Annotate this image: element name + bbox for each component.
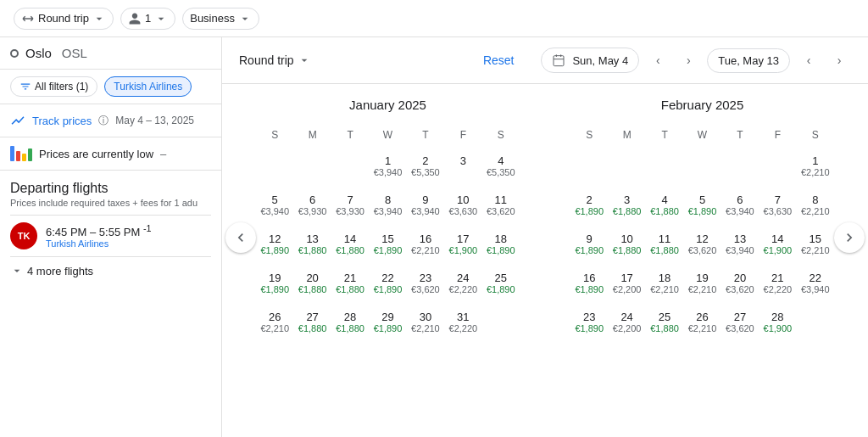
search-box[interactable]: Oslo OSL bbox=[0, 37, 221, 70]
departing-title: Departing flights bbox=[10, 181, 211, 196]
start-date-prev[interactable]: ‹ bbox=[646, 48, 670, 72]
cal-cell[interactable]: 27€3,620 bbox=[721, 307, 759, 345]
cal-cell[interactable]: 3 bbox=[444, 151, 481, 188]
end-date-prev[interactable]: ‹ bbox=[797, 48, 821, 72]
cal-cell[interactable]: 21€2,220 bbox=[759, 268, 796, 305]
cal-day-number: 6 bbox=[309, 193, 315, 206]
cal-cell[interactable]: 10€3,630 bbox=[444, 190, 481, 227]
cal-cell[interactable]: 18€2,210 bbox=[646, 268, 683, 305]
cal-cell[interactable]: 23€1,890 bbox=[570, 307, 608, 345]
passengers-selector[interactable]: 1 bbox=[120, 8, 175, 30]
cal-cell[interactable]: 16€1,890 bbox=[570, 268, 608, 305]
start-date-next[interactable]: › bbox=[676, 48, 700, 72]
cal-cell[interactable]: 12€1,890 bbox=[256, 229, 293, 266]
cal-cell[interactable]: 26€2,210 bbox=[683, 307, 721, 345]
cal-cell[interactable]: 4€1,880 bbox=[646, 190, 683, 227]
cal-cell[interactable]: 25€1,890 bbox=[482, 268, 520, 305]
cal-day-number: 21 bbox=[771, 272, 783, 284]
cal-cell[interactable]: 14€1,880 bbox=[331, 229, 369, 266]
cal-cell[interactable]: 18€1,890 bbox=[482, 229, 520, 266]
start-date-picker[interactable]: Sun, May 4 bbox=[541, 48, 639, 73]
cal-cell[interactable]: 31€2,220 bbox=[444, 307, 481, 345]
cal-cell[interactable]: 1€3,940 bbox=[369, 151, 406, 188]
cal-cell[interactable]: 10€1,880 bbox=[608, 229, 645, 266]
cal-cell[interactable]: 7€3,630 bbox=[759, 190, 796, 227]
cal-price: €1,880 bbox=[650, 206, 679, 216]
calendar-next-button[interactable] bbox=[834, 222, 865, 253]
cal-cell[interactable]: 20€3,620 bbox=[721, 268, 759, 305]
cal-day-number: 14 bbox=[344, 233, 356, 245]
airline-filter-tag[interactable]: Turkish Airlines bbox=[104, 76, 192, 97]
cal-cell[interactable]: 16€2,210 bbox=[407, 229, 444, 266]
cal-day-number: 23 bbox=[420, 272, 431, 284]
cal-day-number: 26 bbox=[269, 311, 281, 323]
cal-cell[interactable]: 2€5,350 bbox=[407, 151, 444, 188]
cal-cell[interactable]: 29€1,890 bbox=[369, 307, 406, 345]
cal-cell[interactable]: 24€2,220 bbox=[444, 268, 481, 305]
cal-cell bbox=[570, 151, 608, 188]
cal-cell[interactable]: 4€5,350 bbox=[482, 151, 520, 188]
cal-cell[interactable]: 27€1,880 bbox=[293, 307, 331, 345]
cal-price: €1,880 bbox=[298, 323, 327, 333]
origin-city: Oslo bbox=[25, 46, 52, 60]
cal-cell[interactable]: 20€1,880 bbox=[293, 268, 331, 305]
cal-day-number: 7 bbox=[775, 193, 781, 206]
calendar-trip-type[interactable]: Round trip bbox=[239, 53, 311, 67]
cal-cell[interactable]: 8€2,210 bbox=[797, 190, 834, 227]
cal-day-number: 22 bbox=[381, 272, 393, 284]
cal-cell[interactable]: 17€1,900 bbox=[444, 229, 481, 266]
flight-item[interactable]: TK 6:45 PM – 5:55 PM -1 Turkish Airlines bbox=[10, 215, 211, 256]
cal-cell[interactable]: 24€2,200 bbox=[608, 307, 645, 345]
end-date-next[interactable]: › bbox=[827, 48, 851, 72]
all-filters-label: All filters (1) bbox=[35, 81, 88, 92]
cal-cell[interactable]: 15€2,210 bbox=[797, 229, 834, 266]
cal-day-number: 14 bbox=[771, 233, 783, 245]
cal-price: €3,630 bbox=[449, 206, 478, 216]
cal-cell[interactable]: 9€3,940 bbox=[407, 190, 444, 227]
cal-cell[interactable]: 19€2,210 bbox=[683, 268, 721, 305]
cal-cell bbox=[331, 151, 369, 188]
cal-cell[interactable]: 25€1,880 bbox=[646, 307, 683, 345]
cal-cell[interactable]: 3€1,880 bbox=[608, 190, 645, 227]
cal-cell[interactable]: 19€1,890 bbox=[256, 268, 293, 305]
cal-cell[interactable]: 13€3,940 bbox=[721, 229, 759, 266]
calendar-prev-button[interactable] bbox=[225, 222, 256, 253]
cal-cell[interactable]: 22€1,890 bbox=[369, 268, 406, 305]
cal-cell[interactable]: 12€3,620 bbox=[683, 229, 721, 266]
cal-cell[interactable]: 23€3,620 bbox=[407, 268, 444, 305]
cal-cell[interactable]: 11€1,880 bbox=[646, 229, 683, 266]
cabin-selector[interactable]: Business bbox=[182, 8, 259, 30]
track-prices-label[interactable]: Track prices bbox=[32, 115, 92, 127]
cal-cell[interactable]: 15€1,890 bbox=[369, 229, 406, 266]
cal-cell[interactable]: 11€3,620 bbox=[482, 190, 520, 227]
cal-cell[interactable]: 6€3,930 bbox=[293, 190, 331, 227]
cal-cell[interactable]: 1€2,210 bbox=[797, 151, 834, 188]
cal-day-number: 24 bbox=[457, 272, 469, 284]
cal-cell[interactable]: 26€2,210 bbox=[256, 307, 293, 345]
cal-cell bbox=[646, 151, 683, 188]
all-filters-button[interactable]: All filters (1) bbox=[10, 76, 97, 97]
trip-type-selector[interactable]: Round trip bbox=[14, 8, 114, 30]
cal-cell[interactable]: 28€1,900 bbox=[759, 307, 796, 345]
cal-price: €2,210 bbox=[688, 323, 717, 333]
cal-cell[interactable]: 6€3,940 bbox=[721, 190, 759, 227]
more-flights-button[interactable]: 4 more flights bbox=[10, 256, 211, 284]
day-header: W bbox=[683, 126, 721, 144]
cal-cell[interactable]: 17€2,200 bbox=[608, 268, 645, 305]
cal-cell[interactable]: 30€2,210 bbox=[407, 307, 444, 345]
cal-cell[interactable]: 7€3,930 bbox=[331, 190, 369, 227]
cal-cell[interactable]: 13€1,880 bbox=[293, 229, 331, 266]
cal-cell[interactable]: 14€1,900 bbox=[759, 229, 796, 266]
reset-button[interactable]: Reset bbox=[483, 53, 515, 67]
cal-cell[interactable]: 9€1,890 bbox=[570, 229, 608, 266]
day-header: S bbox=[482, 126, 520, 144]
calendar-header: Round trip Reset Sun, May 4 ‹ › Tue, May… bbox=[222, 37, 868, 84]
cal-cell[interactable]: 28€1,880 bbox=[331, 307, 369, 345]
cal-cell[interactable]: 2€1,890 bbox=[570, 190, 608, 227]
cal-cell[interactable]: 5€1,890 bbox=[683, 190, 721, 227]
cal-cell[interactable]: 5€3,940 bbox=[256, 190, 293, 227]
cal-cell[interactable]: 22€3,940 bbox=[797, 268, 834, 305]
cal-cell[interactable]: 8€3,940 bbox=[369, 190, 406, 227]
cal-cell[interactable]: 21€1,880 bbox=[331, 268, 369, 305]
end-date-picker[interactable]: Tue, May 13 bbox=[707, 48, 790, 73]
